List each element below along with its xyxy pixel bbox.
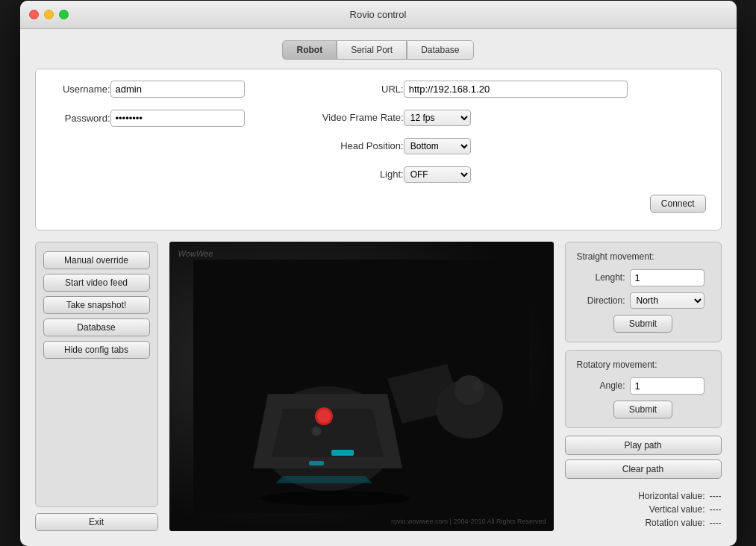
vertical-value: ---- (710, 504, 722, 515)
play-path-button[interactable]: Play path (565, 436, 722, 455)
username-label: Username: (51, 84, 110, 95)
rotatory-movement-box: Rotatory movement: Angle: Submit (565, 350, 722, 428)
hide-config-tabs-button[interactable]: Hide config tabs (43, 341, 150, 359)
angle-label: Angle: (577, 380, 625, 391)
traffic-lights (29, 10, 69, 19)
direction-label: Direction: (577, 295, 625, 306)
manual-override-button[interactable]: Manual override (43, 251, 150, 269)
straight-movement-title: Straight movement: (577, 251, 710, 262)
straight-submit-button[interactable]: Submit (613, 315, 672, 333)
sensor-values: Horizontal value: ---- Vertical value: -… (565, 491, 722, 531)
direction-select[interactable]: North South East West (630, 292, 705, 309)
rovio-logo: WowWee (178, 249, 213, 258)
close-button[interactable] (29, 10, 39, 19)
password-input[interactable] (110, 110, 245, 127)
tab-robot[interactable]: Robot (282, 40, 337, 60)
take-snapshot-button[interactable]: Take snapshot! (43, 296, 150, 314)
right-panel: Straight movement: Lenght: Direction: No… (565, 242, 722, 531)
robot-image: WowWee rovio.wowwee.com | 2004-2010 All … (169, 242, 554, 531)
horizontal-value: ---- (710, 491, 722, 501)
action-buttons: Manual override Start video feed Take sn… (35, 242, 158, 507)
maximize-button[interactable] (59, 10, 69, 19)
exit-button[interactable]: Exit (35, 513, 158, 531)
robot-svg (193, 260, 529, 513)
length-label: Lenght: (577, 272, 625, 283)
straight-submit-row: Submit (577, 315, 710, 333)
vertical-value-row: Vertical value: ---- (565, 504, 722, 515)
length-row: Lenght: (577, 269, 710, 286)
svg-point-6 (472, 382, 481, 391)
username-row: Username: (51, 81, 307, 98)
straight-movement-box: Straight movement: Lenght: Direction: No… (565, 242, 722, 342)
tab-serial-port[interactable]: Serial Port (337, 40, 407, 60)
rotation-label: Rotation value: (645, 518, 705, 528)
svg-point-11 (260, 491, 410, 506)
light-select[interactable]: OFF ON (404, 166, 471, 183)
tab-database[interactable]: Database (407, 40, 473, 60)
username-input[interactable] (110, 81, 245, 98)
svg-point-5 (454, 375, 484, 405)
length-input[interactable] (630, 269, 705, 286)
svg-rect-3 (309, 461, 324, 465)
url-row: URL: (322, 81, 706, 98)
svg-point-8 (317, 410, 331, 423)
rotatory-submit-button[interactable]: Submit (613, 401, 672, 418)
horizontal-label: Horizontal value: (638, 491, 705, 501)
angle-row: Angle: (577, 377, 710, 395)
config-panel: Username: Password: URL: Video F (35, 69, 722, 230)
head-position-row: Head Position: Bottom Middle Top (322, 138, 706, 154)
password-label: Password: (51, 113, 110, 124)
minimize-button[interactable] (44, 10, 54, 19)
svg-rect-2 (331, 450, 354, 456)
video-panel: WowWee rovio.wowwee.com | 2004-2010 All … (169, 242, 554, 531)
password-row: Password: (51, 110, 307, 127)
light-row: Light: OFF ON (322, 166, 706, 183)
window-title: Rovio control (350, 9, 407, 20)
clear-path-button[interactable]: Clear path (565, 459, 722, 479)
database-button[interactable]: Database (43, 318, 150, 336)
video-fps-label: Video Frame Rate: (322, 112, 404, 123)
rotatory-submit-row: Submit (577, 401, 710, 418)
titlebar: Rovio control (20, 1, 737, 29)
rotation-value-row: Rotation value: ---- (565, 518, 722, 528)
main-content: Robot Serial Port Database Username: Pas… (20, 29, 737, 546)
angle-input[interactable] (630, 377, 705, 395)
light-label: Light: (322, 169, 404, 180)
head-position-label: Head Position: (322, 140, 404, 151)
left-panel: Manual override Start video feed Take sn… (35, 242, 158, 531)
path-buttons: Play path Clear path (565, 436, 722, 479)
video-fps-select[interactable]: 12 fps 6 fps 24 fps (404, 110, 471, 126)
connect-row: Connect (322, 195, 706, 213)
vertical-label: Vertical value: (649, 504, 705, 515)
head-position-select[interactable]: Bottom Middle Top (404, 138, 471, 154)
exit-area: Exit (35, 513, 158, 531)
app-window: Rovio control Robot Serial Port Database… (20, 1, 737, 546)
svg-point-10 (313, 427, 320, 435)
tab-bar: Robot Serial Port Database (35, 40, 722, 60)
rotatory-movement-title: Rotatory movement: (577, 360, 710, 370)
connect-button[interactable]: Connect (650, 195, 706, 213)
bottom-section: Manual override Start video feed Take sn… (35, 242, 722, 531)
direction-row: Direction: North South East West (577, 292, 710, 309)
start-video-feed-button[interactable]: Start video feed (43, 274, 150, 292)
url-label: URL: (322, 84, 404, 95)
video-fps-row: Video Frame Rate: 12 fps 6 fps 24 fps (322, 110, 706, 126)
watermark: rovio.wowwee.com | 2004-2010 All Rights … (391, 518, 546, 525)
horizontal-value-row: Horizontal value: ---- (565, 491, 722, 501)
url-input[interactable] (404, 81, 628, 98)
rotation-value: ---- (710, 518, 722, 528)
